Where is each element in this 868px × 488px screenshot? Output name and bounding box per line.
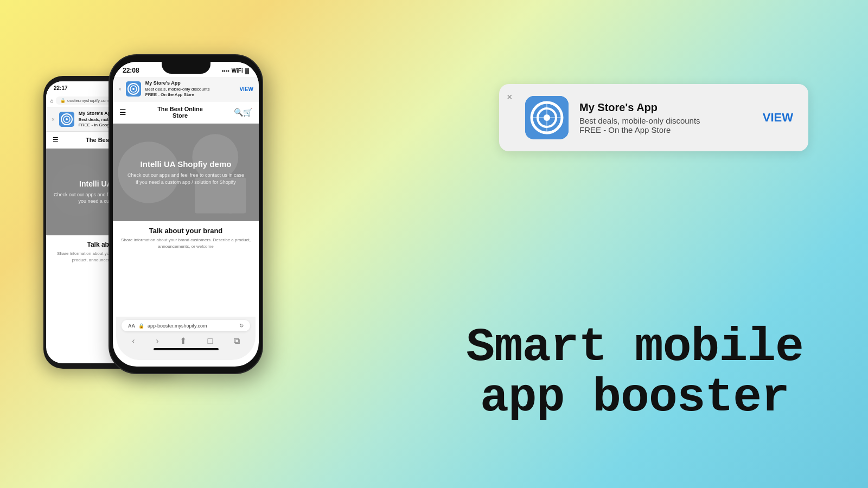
headline-line1: Smart mobile <box>466 320 803 374</box>
ios-store-header: ☰ The Best OnlineStore 🔍 🛒 <box>113 101 259 124</box>
ios-hero-bg <box>113 124 259 221</box>
ios-menu-icon[interactable]: ☰ <box>119 108 126 117</box>
android-url: ooster.myshopify.com <box>67 98 109 103</box>
battery-icon: ▓ <box>245 68 249 74</box>
svg-point-3 <box>66 118 68 120</box>
ios-banner-close[interactable]: × <box>118 86 122 92</box>
svg-point-10 <box>132 88 135 90</box>
ios-banner-desc2: FREE - On the App Store <box>145 92 235 98</box>
ios-banner-title: My Store's App <box>145 80 235 87</box>
ios-bookmarks-btn[interactable]: □ <box>208 336 213 346</box>
android-time: 22:17 <box>54 85 68 91</box>
ios-share-btn[interactable]: ⬆ <box>180 336 187 346</box>
ios-forward-btn[interactable]: › <box>156 336 158 346</box>
ios-back-btn[interactable]: ‹ <box>132 336 135 346</box>
android-banner-close[interactable]: × <box>52 117 55 123</box>
svg-point-11 <box>118 142 179 203</box>
main-headline: Smart mobile app booster <box>466 323 803 423</box>
cart-icon[interactable]: 🛒 <box>243 108 252 117</box>
ios-url-bar[interactable]: AA 🔒 app-booster.myshopify.com ↻ <box>122 320 250 331</box>
ios-safari-bar: AA 🔒 app-booster.myshopify.com ↻ ‹ › ⬆ □… <box>116 317 256 360</box>
iphone-time: 22:08 <box>123 67 139 74</box>
iphone-notch <box>162 62 210 74</box>
phone-iphone: 22:08 ▪▪▪▪ WiFi ▓ × <box>108 54 263 374</box>
android-app-icon <box>59 112 74 127</box>
svg-point-12 <box>192 134 238 181</box>
ios-banner-text: My Store's App Best deals, mobile-only d… <box>145 80 235 98</box>
phones-container: 22:17 ▲▲▲ ⌂ 🔒 ooster.myshopify.com + × <box>43 54 347 434</box>
home-icon: ⌂ <box>50 98 54 104</box>
ios-home-indicator <box>154 348 219 350</box>
ios-brand-title: Talk about your brand <box>119 227 252 235</box>
iphone-status-icons: ▪▪▪▪ WiFi ▓ <box>222 68 250 74</box>
ios-hero: Intelli UA Shopfiy demo Check out our ap… <box>113 124 259 221</box>
search-icon[interactable]: 🔍 <box>234 108 243 117</box>
headline-line2: app booster <box>480 371 789 425</box>
ios-url-text: app-booster.myshopify.com <box>148 323 236 329</box>
ios-brand-section: Talk about your brand Share information … <box>113 221 259 254</box>
ios-aa-label: AA <box>128 323 135 329</box>
ios-banner-desc: Best deals, mobile-only discounts <box>145 87 235 92</box>
lock-icon: 🔒 <box>60 98 66 103</box>
android-menu-icon[interactable]: ☰ <box>53 136 59 144</box>
ios-brand-text: Share information about your brand custo… <box>119 237 252 249</box>
phone-iphone-screen: 22:08 ▪▪▪▪ WiFi ▓ × <box>113 62 259 367</box>
ios-nav-row: ‹ › ⬆ □ ⧉ <box>122 336 250 346</box>
signal-bars-icon: ▪▪▪▪ <box>222 68 229 74</box>
ios-banner-view[interactable]: VIEW <box>239 86 253 92</box>
ios-lock-icon: 🔒 <box>138 323 144 329</box>
right-section: Smart mobile app booster <box>445 0 825 488</box>
ios-mini-banner: × My Store's App Best deals, mobile-only… <box>113 77 259 101</box>
ios-reload-icon[interactable]: ↻ <box>239 323 244 329</box>
ios-store-name: The Best OnlineStore <box>126 106 234 119</box>
ios-app-icon-small <box>126 81 141 97</box>
ios-tabs-btn[interactable]: ⧉ <box>234 336 240 346</box>
svg-point-4 <box>52 164 104 216</box>
wifi-icon: WiFi <box>232 68 243 74</box>
svg-point-14 <box>215 183 246 214</box>
